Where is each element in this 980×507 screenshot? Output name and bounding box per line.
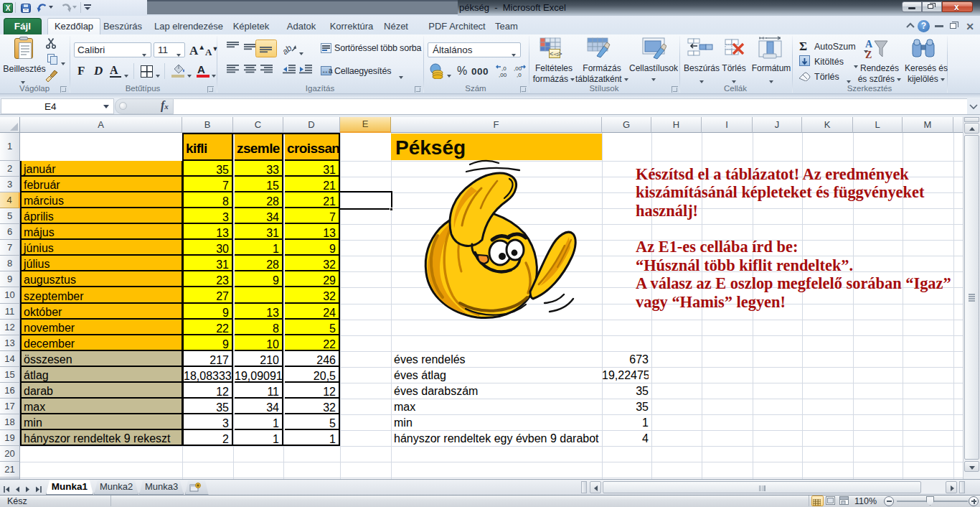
svg-text:Z: Z <box>865 50 872 60</box>
svg-text:A: A <box>865 39 873 50</box>
svg-text:ab: ab <box>283 43 294 56</box>
svg-text:,0: ,0 <box>517 72 522 78</box>
svg-text:,00: ,00 <box>514 65 522 72</box>
svg-text:,0: ,0 <box>501 65 507 72</box>
svg-text:,00: ,00 <box>499 72 507 78</box>
